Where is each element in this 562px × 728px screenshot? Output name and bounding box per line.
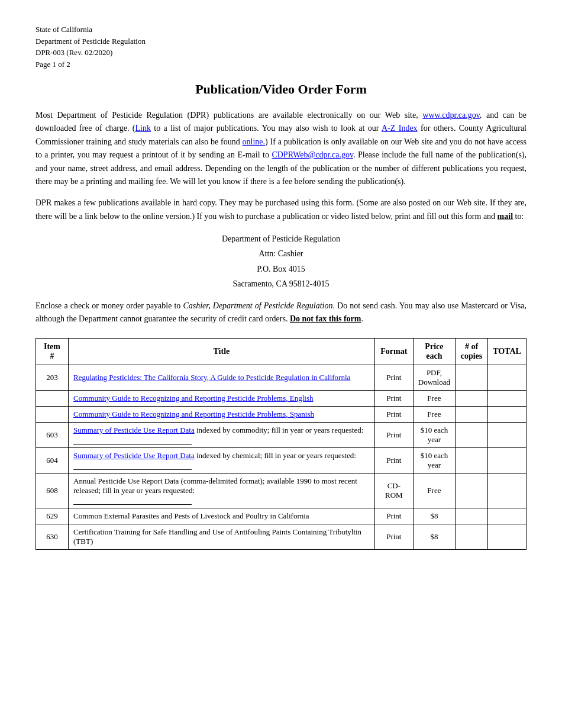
p2-text-end: to: xyxy=(513,212,524,221)
p3-italic: Cashier, Department of Pesticide Regulat… xyxy=(183,301,332,310)
cell-copies[interactable] xyxy=(456,422,488,447)
cell-total[interactable] xyxy=(488,524,527,549)
cell-format: Print xyxy=(374,365,413,390)
title-text: Certification Training for Safe Handling… xyxy=(73,527,361,546)
header-line2: Department of Pesticide Regulation xyxy=(35,36,527,47)
cell-price: Free xyxy=(413,390,455,406)
cell-title: Annual Pesticide Use Report Data (comma-… xyxy=(69,473,375,508)
year-input-field[interactable] xyxy=(73,436,192,444)
cell-format: Print xyxy=(374,447,413,473)
cell-format: Print xyxy=(374,524,413,549)
cell-copies[interactable] xyxy=(456,447,488,473)
cell-total[interactable] xyxy=(488,447,527,473)
cell-total[interactable] xyxy=(488,473,527,508)
cell-copies[interactable] xyxy=(456,365,488,390)
table-row: 630Certification Training for Safe Handl… xyxy=(36,524,527,549)
address-line4: Sacramento, CA 95812-4015 xyxy=(35,276,527,291)
p3-text-end: . xyxy=(361,314,363,323)
major-publications-link[interactable]: Link xyxy=(135,124,151,133)
title-link[interactable]: Summary of Pesticide Use Report Data xyxy=(73,426,195,434)
cell-title: Community Guide to Recognizing and Repor… xyxy=(69,406,375,422)
table-row: 604Summary of Pesticide Use Report Data … xyxy=(36,447,527,473)
cell-total[interactable] xyxy=(488,508,527,524)
cell-item-number: 608 xyxy=(36,473,69,508)
cell-title: Regulating Pesticides: The California St… xyxy=(69,365,375,390)
title-link[interactable]: Community Guide to Recognizing and Repor… xyxy=(73,410,314,418)
cell-title: Common External Parasites and Pests of L… xyxy=(69,508,375,524)
publications-table: Item # Title Format Price each # of copi… xyxy=(35,338,527,550)
cell-price: Free xyxy=(413,406,455,422)
cell-price: Free xyxy=(413,473,455,508)
cell-total[interactable] xyxy=(488,422,527,447)
address-line2: Attn: Cashier xyxy=(35,246,527,261)
cell-item-number: 604 xyxy=(36,447,69,473)
col-header-format: Format xyxy=(374,338,413,365)
cell-item-number xyxy=(36,390,69,406)
cell-format: Print xyxy=(374,390,413,406)
table-row: 608Annual Pesticide Use Report Data (com… xyxy=(36,473,527,508)
cell-price: $10 each year xyxy=(413,422,455,447)
mail-underline-bold: mail xyxy=(498,212,513,221)
cell-title: Certification Training for Safe Handling… xyxy=(69,524,375,549)
cell-copies[interactable] xyxy=(456,524,488,549)
cell-format: Print xyxy=(374,406,413,422)
cell-format: Print xyxy=(374,422,413,447)
cell-title: Summary of Pesticide Use Report Data ind… xyxy=(69,422,375,447)
cell-copies[interactable] xyxy=(456,390,488,406)
col-header-total: TOTAL xyxy=(488,338,527,365)
paragraph-3: Enclose a check or money order payable t… xyxy=(35,299,527,326)
table-row: 603Summary of Pesticide Use Report Data … xyxy=(36,422,527,447)
table-row: Community Guide to Recognizing and Repor… xyxy=(36,406,527,422)
cell-price: PDF, Download xyxy=(413,365,455,390)
table-header-row: Item # Title Format Price each # of copi… xyxy=(36,338,527,365)
header-line4: Page 1 of 2 xyxy=(35,59,527,70)
cell-price: $8 xyxy=(413,524,455,549)
p2-text-before: DPR makes a few publications available i… xyxy=(35,198,527,220)
address-line1: Department of Pesticide Regulation xyxy=(35,231,527,246)
title-text: Common External Parasites and Pests of L… xyxy=(73,511,309,520)
year-input-field[interactable] xyxy=(73,497,192,505)
cell-format: Print xyxy=(374,508,413,524)
cell-total[interactable] xyxy=(488,406,527,422)
cell-item-number: 203 xyxy=(36,365,69,390)
email-link[interactable]: CDPRWeb@cdpr.ca.gov xyxy=(272,150,353,159)
cell-copies[interactable] xyxy=(456,406,488,422)
address-line3: P.O. Box 4015 xyxy=(35,262,527,276)
title-link[interactable]: Regulating Pesticides: The California St… xyxy=(73,373,350,382)
table-row: Community Guide to Recognizing and Repor… xyxy=(36,390,527,406)
p3-text-before: Enclose a check or money order payable t… xyxy=(35,301,183,310)
header-line1: State of California xyxy=(35,24,527,36)
table-row: 629Common External Parasites and Pests o… xyxy=(36,508,527,524)
cell-copies[interactable] xyxy=(456,473,488,508)
cdpr-website-link[interactable]: www.cdpr.ca.gov xyxy=(422,111,480,120)
title-link[interactable]: Summary of Pesticide Use Report Data xyxy=(73,451,195,460)
header-block: State of California Department of Pestic… xyxy=(35,24,527,70)
title-extra: indexed by commodity; fill in year or ye… xyxy=(195,426,364,434)
cell-total[interactable] xyxy=(488,365,527,390)
title-link[interactable]: Community Guide to Recognizing and Repor… xyxy=(73,394,314,402)
online-link[interactable]: online. xyxy=(243,137,266,146)
az-index-link[interactable]: A-Z Index xyxy=(382,124,418,133)
header-line3: DPR-003 (Rev. 02/2020) xyxy=(35,47,527,59)
cell-copies[interactable] xyxy=(456,508,488,524)
cell-total[interactable] xyxy=(488,390,527,406)
cell-item-number xyxy=(36,406,69,422)
cell-title: Community Guide to Recognizing and Repor… xyxy=(69,390,375,406)
cell-item-number: 603 xyxy=(36,422,69,447)
col-header-title: Title xyxy=(69,338,375,365)
title-extra: indexed by chemical; fill in year or yea… xyxy=(195,451,356,460)
cell-format: CD-ROM xyxy=(374,473,413,508)
mailing-address: Department of Pesticide Regulation Attn:… xyxy=(35,231,527,291)
p1-text-before-link: Most Department of Pesticide Regulation … xyxy=(35,111,422,120)
cell-price: $10 each year xyxy=(413,447,455,473)
col-header-copies: # of copies xyxy=(456,338,488,365)
cell-price: $8 xyxy=(413,508,455,524)
cell-item-number: 630 xyxy=(36,524,69,549)
publications-table-wrapper: Item # Title Format Price each # of copi… xyxy=(35,338,527,550)
paragraph-2: DPR makes a few publications available i… xyxy=(35,197,527,223)
year-input-field[interactable] xyxy=(73,462,192,470)
p3-underline-bold: Do not fax this form xyxy=(290,314,361,323)
col-header-price: Price each xyxy=(413,338,455,365)
title-text: Annual Pesticide Use Report Data (comma-… xyxy=(73,476,357,495)
col-header-item: Item # xyxy=(36,338,69,365)
